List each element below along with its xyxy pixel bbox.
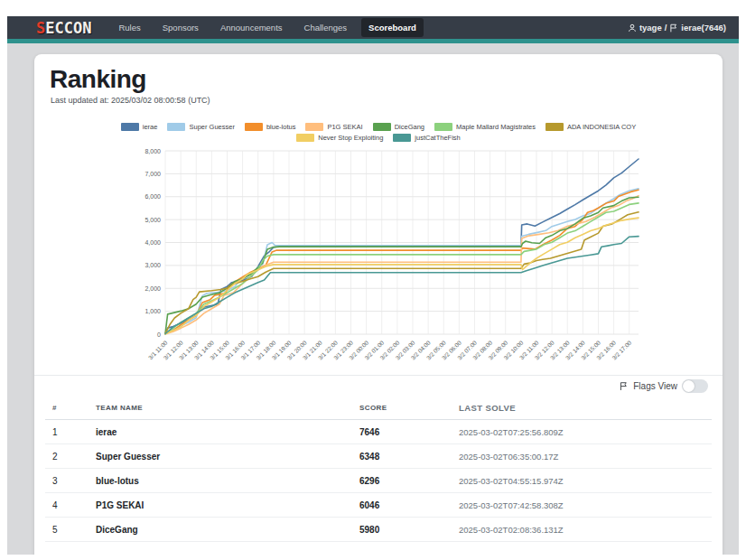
last-updated-text: Last updated at: 2025/03/02 08:00:58 (UT…: [51, 96, 210, 105]
legend-swatch: [434, 123, 452, 131]
cell-last-solve: 2025-03-02T07:42:58.308Z: [452, 493, 712, 518]
brand-rest: ECCON: [45, 19, 91, 37]
nav-link-scoreboard[interactable]: Scoreboard: [361, 18, 424, 37]
flag-icon: [669, 23, 678, 33]
legend-swatch: [305, 123, 323, 131]
nav-link-sponsors[interactable]: Sponsors: [155, 19, 206, 36]
flags-view-label: Flags View: [633, 381, 677, 391]
legend-item[interactable]: blue-lotus: [245, 123, 296, 131]
person-icon: [628, 23, 637, 33]
y-tick-label: 4,000: [145, 239, 161, 246]
toggle-knob: [683, 380, 695, 392]
table-row[interactable]: 1ierae76462025-03-02T07:25:56.809Z: [45, 420, 712, 444]
cell-score: 6348: [352, 444, 452, 469]
cell-team-name: DiceGang: [89, 518, 352, 542]
legend-swatch: [546, 123, 564, 131]
y-tick-label: 7,000: [145, 171, 161, 177]
legend-swatch: [373, 123, 391, 131]
cell-last-solve: 2025-03-02T02:08:36.131Z: [452, 518, 712, 542]
header-score: SCORE: [352, 396, 452, 420]
y-tick-label: 3,000: [145, 262, 161, 268]
legend-label: DiceGang: [395, 123, 424, 131]
cell-team-name: P1G SEKAI: [89, 493, 352, 518]
cell-rank: 1: [45, 420, 89, 444]
legend-swatch: [121, 123, 139, 131]
brand-first-letter: S: [36, 19, 45, 37]
legend-label: P1G SEKAI: [327, 123, 362, 131]
cell-score: 6296: [352, 469, 452, 493]
cell-rank: 3: [45, 469, 89, 493]
navbar: SECCON RulesSponsorsAnnouncementsChallen…: [7, 16, 739, 39]
nav-link-challenges[interactable]: Challenges: [297, 19, 355, 36]
section-divider: [34, 375, 723, 376]
nav-link-rules[interactable]: Rules: [111, 19, 147, 36]
cell-rank: 4: [45, 493, 89, 518]
y-tick-label: 0: [157, 331, 161, 338]
user-name: tyage: [639, 23, 662, 33]
y-tick-label: 5,000: [145, 217, 161, 223]
cell-team-name: ierae: [89, 420, 352, 444]
nav-items: RulesSponsorsAnnouncementsChallengesScor…: [111, 18, 423, 37]
chart-legend: ieraeSuper Guesserblue-lotusP1G SEKAIDic…: [34, 123, 723, 142]
table-row[interactable]: 3blue-lotus62962025-03-02T04:55:15.974Z: [45, 469, 712, 493]
cell-last-solve: 2025-03-02T06:35:00.17Z: [452, 444, 712, 469]
legend-label: ADA INDONESIA COY: [567, 123, 636, 131]
cell-score: 7646: [352, 420, 452, 444]
user-menu[interactable]: tyage / ierae(7646): [628, 16, 726, 39]
seccon-logo[interactable]: SECCON: [36, 19, 91, 37]
cell-team-name: Super Guesser: [89, 444, 352, 469]
cell-score: 5980: [352, 518, 452, 542]
table-row[interactable]: 2Super Guesser63482025-03-02T06:35:00.17…: [45, 444, 712, 469]
page-title: Ranking: [50, 65, 146, 94]
flag-icon: [619, 381, 629, 391]
app-viewport: SECCON RulesSponsorsAnnouncementsChallen…: [7, 16, 739, 555]
cell-last-solve: 2025-03-02T04:55:15.974Z: [452, 469, 712, 493]
legend-swatch: [167, 123, 185, 131]
ranking-table: # TEAM NAME SCORE LAST SOLVE 1ierae76462…: [45, 396, 712, 542]
legend-row: ieraeSuper Guesserblue-lotusP1G SEKAIDic…: [121, 123, 636, 131]
header-team-name: TEAM NAME: [89, 396, 352, 420]
cell-rank: 2: [45, 444, 89, 469]
cell-score: 6046: [352, 493, 452, 518]
table-row[interactable]: 4P1G SEKAI60462025-03-02T07:42:58.308Z: [45, 493, 712, 518]
header-last-solve: LAST SOLVE: [452, 396, 712, 420]
y-tick-label: 8,000: [145, 148, 161, 154]
accent-stripe: [7, 39, 739, 43]
legend-swatch: [245, 123, 263, 131]
legend-item[interactable]: ADA INDONESIA COY: [546, 123, 636, 131]
score-line-chart[interactable]: 01,0002,0003,0004,0005,0006,0007,0008,00…: [125, 140, 648, 366]
legend-item[interactable]: Maple Mallard Magistrates: [434, 123, 536, 131]
legend-item[interactable]: Super Guesser: [167, 123, 234, 131]
y-tick-label: 2,000: [145, 285, 161, 292]
legend-label: Super Guesser: [189, 123, 234, 131]
ranking-card: Ranking Last updated at: 2025/03/02 08:0…: [34, 54, 723, 555]
legend-item[interactable]: ierae: [121, 123, 158, 131]
flags-view-toggle[interactable]: [682, 379, 708, 393]
table-row[interactable]: 5DiceGang59802025-03-02T02:08:36.131Z: [45, 518, 712, 542]
nav-link-announcements[interactable]: Announcements: [213, 19, 290, 36]
legend-item[interactable]: DiceGang: [373, 123, 424, 131]
user-team: ierae(7646): [681, 23, 726, 33]
legend-label: Maple Mallard Magistrates: [456, 123, 536, 131]
user-separator: /: [665, 23, 667, 33]
y-tick-label: 1,000: [145, 308, 161, 314]
table-header-row: # TEAM NAME SCORE LAST SOLVE: [45, 396, 712, 420]
legend-item[interactable]: P1G SEKAI: [305, 123, 362, 131]
cell-last-solve: 2025-03-02T07:25:56.809Z: [452, 420, 712, 444]
cell-rank: 5: [45, 518, 89, 542]
legend-label: blue-lotus: [266, 123, 296, 131]
y-tick-label: 6,000: [145, 193, 161, 200]
flags-view-control: Flags View: [619, 379, 708, 393]
header-rank: #: [45, 396, 89, 420]
cell-team-name: blue-lotus: [89, 469, 352, 493]
legend-label: ierae: [143, 123, 158, 131]
